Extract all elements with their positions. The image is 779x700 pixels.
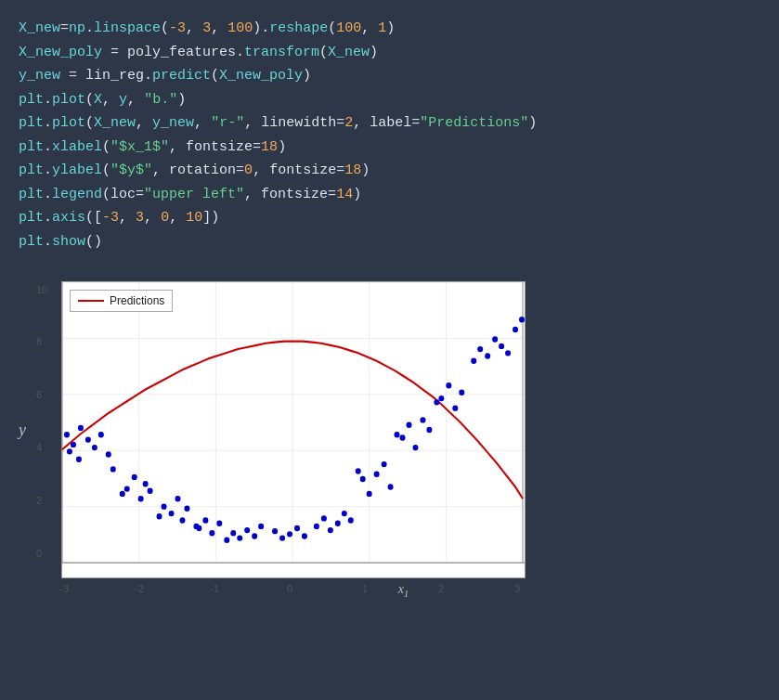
x-tick-1: 1: [362, 583, 368, 594]
code-token: reshape: [269, 20, 328, 36]
code-block: X_new=np.linspace(-3, 3, 100).reshape(10…: [0, 0, 779, 272]
x-tick-2: 2: [438, 583, 444, 594]
y-tick-4: 4: [36, 442, 42, 453]
svg-point-73: [434, 399, 439, 405]
code-token: X: [94, 92, 102, 108]
svg-point-48: [287, 531, 292, 537]
code-line: plt.show(): [19, 230, 760, 254]
code-token: (: [102, 162, 110, 178]
code-token: , fontsize=: [169, 139, 261, 155]
svg-point-42: [244, 527, 250, 533]
code-token: X_new_poly: [219, 68, 303, 84]
chart-container: y Predictions 10 8 6 4 2 0 -3 -2 -1 0 1 …: [0, 272, 779, 617]
svg-point-77: [492, 336, 498, 342]
code-token: X_new: [328, 45, 370, 60]
svg-point-44: [224, 538, 229, 543]
svg-point-43: [252, 533, 257, 538]
code-token: y: [119, 92, 127, 108]
svg-point-64: [407, 422, 412, 428]
svg-point-79: [505, 350, 511, 356]
svg-point-27: [120, 491, 125, 497]
svg-point-26: [143, 481, 149, 486]
code-line: plt.legend(loc="upper left", fontsize=14…: [19, 183, 760, 207]
svg-point-63: [400, 434, 406, 440]
code-token: plt: [19, 162, 44, 178]
code-token: ).: [253, 20, 269, 36]
svg-point-52: [321, 515, 327, 521]
x-axis-label: x1: [46, 582, 760, 599]
code-token: (: [85, 92, 94, 108]
code-token: legend: [52, 187, 102, 202]
code-token: 10: [186, 210, 202, 226]
code-line: plt.plot(X, y, "b."): [19, 88, 760, 112]
code-token: 1: [378, 20, 386, 36]
svg-point-70: [446, 382, 451, 388]
y-tick-2: 2: [36, 495, 42, 506]
legend-label: Predictions: [110, 294, 164, 307]
code-token: plt: [19, 139, 44, 155]
code-token: (: [319, 45, 328, 60]
svg-point-32: [179, 517, 185, 523]
code-token: plot: [52, 115, 85, 131]
code-token: X_new: [19, 20, 60, 36]
svg-point-69: [438, 395, 444, 401]
svg-point-72: [459, 390, 464, 395]
svg-point-41: [237, 535, 242, 540]
code-token: ): [361, 162, 370, 178]
svg-point-61: [388, 484, 394, 489]
code-token: ): [177, 92, 186, 108]
code-token: "$y$": [110, 162, 152, 178]
svg-point-56: [348, 517, 354, 523]
x-tick-neg3: -3: [59, 583, 69, 594]
code-token: , rotation=: [152, 162, 244, 178]
svg-point-80: [513, 327, 518, 332]
code-line: X_new=np.linspace(-3, 3, 100).reshape(10…: [19, 17, 760, 41]
code-token: plt: [19, 115, 44, 131]
y-tick-10: 10: [36, 284, 47, 295]
code-token: predict: [152, 68, 211, 84]
code-token: xlabel: [52, 139, 102, 155]
code-line: plt.plot(X_new, y_new, "r-", linewidth=2…: [19, 111, 760, 136]
code-token: ,: [194, 115, 211, 131]
code-token: ,: [102, 92, 119, 108]
code-line: X_new_poly = poly_features.transform(X_n…: [19, 41, 760, 65]
code-token: show: [52, 234, 85, 250]
code-token: ([: [85, 210, 102, 226]
code-token: ,: [361, 20, 378, 36]
x-tick-neg2: -2: [135, 583, 144, 594]
code-token: .: [44, 234, 52, 250]
svg-point-46: [272, 528, 278, 534]
code-token: X_new: [94, 115, 136, 131]
svg-point-66: [420, 417, 425, 422]
code-token: plot: [52, 92, 85, 108]
code-token: 100: [336, 20, 361, 36]
code-token: ): [353, 187, 361, 202]
svg-point-68: [426, 427, 432, 433]
code-token: X_new_poly: [19, 45, 102, 60]
code-token: ): [528, 115, 537, 131]
svg-point-34: [184, 506, 189, 512]
code-token: ,: [144, 210, 161, 226]
svg-point-55: [342, 511, 347, 516]
code-token: 3: [136, 210, 144, 226]
code-token: , fontsize=: [244, 187, 336, 202]
code-token: (: [161, 20, 169, 36]
code-token: "r-": [211, 115, 244, 131]
code-line: plt.xlabel("$x_1$", fontsize=18): [19, 136, 760, 160]
svg-point-31: [175, 496, 181, 501]
svg-point-78: [499, 344, 504, 349]
svg-point-40: [230, 530, 236, 536]
code-token: transform: [244, 45, 319, 60]
code-token: linspace: [94, 20, 161, 36]
svg-point-75: [477, 346, 483, 352]
svg-point-53: [328, 527, 333, 533]
code-token: =: [60, 20, 69, 36]
svg-point-45: [258, 524, 264, 529]
svg-point-28: [148, 488, 153, 494]
code-line: y_new = lin_reg.predict(X_new_poly): [19, 64, 760, 88]
code-token: ,: [119, 210, 136, 226]
y-tick-8: 8: [36, 336, 42, 347]
code-token: 0: [161, 210, 169, 226]
code-token: "Predictions": [420, 115, 528, 131]
data-points: [64, 317, 525, 543]
